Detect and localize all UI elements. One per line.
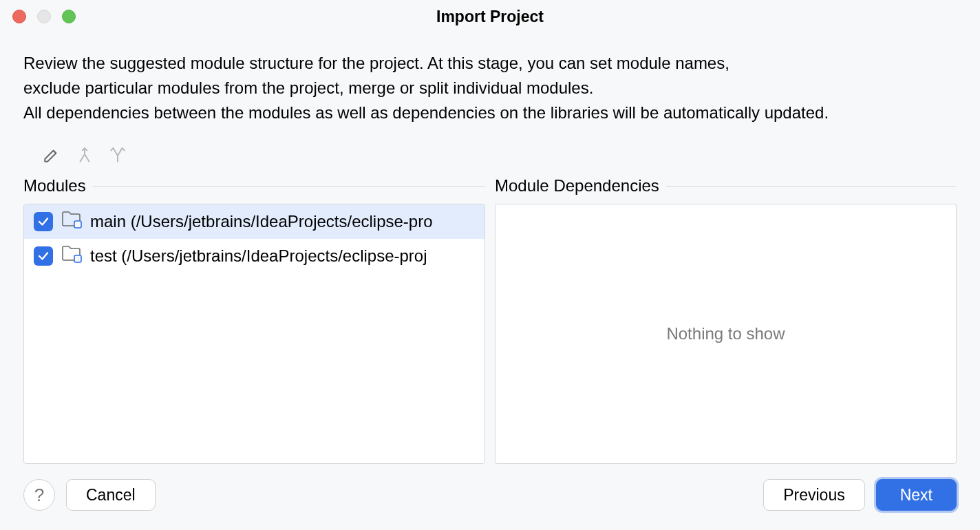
- toolbar: [43, 146, 957, 164]
- modules-list[interactable]: main (/Users/jetbrains/IdeaProjects/ecli…: [23, 204, 485, 464]
- dialog-content: Review the suggested module structure fo…: [0, 33, 980, 464]
- module-checkbox[interactable]: [34, 246, 53, 266]
- dialog-footer: ? Cancel Previous Next: [0, 464, 980, 530]
- previous-button-label: Previous: [783, 486, 844, 505]
- divider: [93, 186, 485, 187]
- dependencies-panel: Module Dependencies Nothing to show: [495, 176, 957, 464]
- description-line: Review the suggested module structure fo…: [23, 51, 957, 76]
- dependencies-list: Nothing to show: [495, 204, 957, 464]
- divider: [666, 186, 957, 187]
- titlebar: Import Project: [0, 0, 980, 33]
- description-line: All dependencies between the modules as …: [23, 100, 957, 125]
- merge-icon[interactable]: [76, 146, 94, 164]
- module-folder-icon: [61, 245, 82, 267]
- previous-button[interactable]: Previous: [763, 479, 864, 511]
- panels: Modules main (/U: [23, 176, 957, 464]
- module-row[interactable]: main (/Users/jetbrains/IdeaProjects/ecli…: [24, 204, 484, 239]
- next-button-label: Next: [900, 486, 933, 505]
- module-folder-icon: [61, 211, 82, 233]
- dependencies-empty-text: Nothing to show: [496, 204, 956, 463]
- split-icon[interactable]: [109, 146, 127, 164]
- svg-rect-1: [74, 255, 81, 262]
- help-button[interactable]: ?: [23, 479, 55, 511]
- cancel-button-label: Cancel: [86, 486, 136, 505]
- import-project-dialog: Import Project Review the suggested modu…: [0, 0, 980, 530]
- svg-rect-0: [74, 221, 81, 228]
- cancel-button[interactable]: Cancel: [66, 479, 156, 511]
- module-checkbox[interactable]: [34, 212, 53, 231]
- window-title: Import Project: [0, 8, 980, 26]
- dependencies-label: Module Dependencies: [495, 176, 659, 195]
- modules-label: Modules: [23, 176, 86, 195]
- help-icon: ?: [34, 485, 44, 506]
- description-text: Review the suggested module structure fo…: [23, 51, 957, 125]
- edit-icon[interactable]: [43, 146, 61, 164]
- modules-panel: Modules main (/U: [23, 176, 485, 464]
- next-button[interactable]: Next: [876, 479, 957, 511]
- module-label: test (/Users/jetbrains/IdeaProjects/ecli…: [90, 246, 427, 266]
- module-label: main (/Users/jetbrains/IdeaProjects/ecli…: [90, 212, 433, 231]
- description-line: exclude particular modules from the proj…: [23, 76, 957, 100]
- modules-header: Modules: [23, 176, 485, 195]
- dependencies-header: Module Dependencies: [495, 176, 957, 195]
- module-row[interactable]: test (/Users/jetbrains/IdeaProjects/ecli…: [24, 239, 484, 273]
